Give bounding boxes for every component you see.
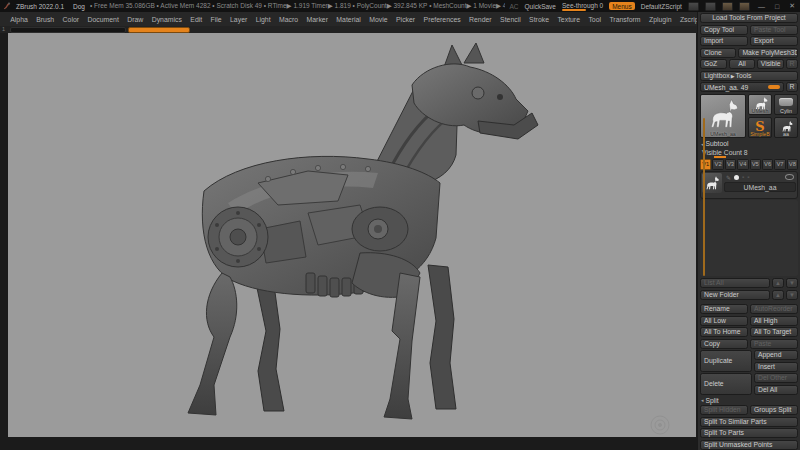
visibility-eye-icon[interactable] (734, 175, 739, 180)
menu-item-stroke[interactable]: Stroke (525, 16, 553, 23)
minimize-button[interactable]: — (756, 3, 767, 10)
copy-subtool-button[interactable]: Copy (700, 339, 748, 349)
append-button[interactable]: Append (754, 350, 798, 360)
tab-v5[interactable]: V5 (750, 159, 761, 170)
goz-r-button[interactable]: R (786, 59, 798, 69)
tab-v6[interactable]: V6 (762, 159, 773, 170)
tab-v8[interactable]: V8 (787, 159, 798, 170)
sculpt-toggle-icon[interactable]: ▪ (742, 174, 744, 180)
restore-button[interactable]: □ (773, 3, 781, 10)
copy-tool-button[interactable]: Copy Tool (700, 25, 748, 35)
see-through-slider[interactable]: See-through 0 (562, 2, 603, 10)
lightbox-target: Tools (736, 72, 752, 80)
split-to-parts-button[interactable]: Split To Parts (700, 428, 798, 438)
goz-all-button[interactable]: All (729, 59, 756, 69)
menu-item-zscript[interactable]: Zscript (676, 16, 697, 23)
lightbox-tools-button[interactable]: Lightbox ▶ Tools (700, 71, 798, 81)
list-all-button[interactable]: List All (700, 278, 770, 288)
menu-item-stencil[interactable]: Stencil (496, 16, 525, 23)
mask-toggle-icon[interactable]: ▪ (747, 174, 749, 180)
tab-v1[interactable]: V1 (700, 159, 711, 170)
menu-item-texture[interactable]: Texture (553, 16, 584, 23)
menu-item-tool[interactable]: Tool (584, 16, 605, 23)
material-preset-icon[interactable] (739, 2, 750, 11)
sculpt-viewport[interactable] (8, 33, 696, 437)
split-hidden-button[interactable]: Split Hidden (700, 405, 748, 415)
menu-item-picker[interactable]: Picker (392, 16, 420, 23)
del-all-button[interactable]: Del All (754, 385, 798, 395)
groups-split-button[interactable]: Groups Split (750, 405, 798, 415)
menu-item-movie[interactable]: Movie (365, 16, 392, 23)
subtool-name-button[interactable]: UMesh_aa (724, 182, 796, 192)
subtool-section-header[interactable]: ◂ Subtool (701, 140, 798, 148)
all-to-target-button[interactable]: All To Target (750, 327, 798, 337)
menu-item-preferences[interactable]: Preferences (419, 16, 465, 23)
clone-button[interactable]: Clone (700, 48, 736, 58)
close-button[interactable]: ✕ (787, 2, 797, 10)
menu-item-macro[interactable]: Macro (275, 16, 303, 23)
menu-item-edit[interactable]: Edit (186, 16, 206, 23)
subtool-list-item[interactable]: ✎ ▪ ▪ UMesh_aa (700, 171, 798, 199)
menu-item-file[interactable]: File (206, 16, 225, 23)
split-similar-button[interactable]: Split To Similar Parts (700, 417, 798, 427)
all-high-button[interactable]: All High (750, 316, 798, 326)
recent-tool-aa[interactable]: aa (774, 117, 798, 138)
tab-v2[interactable]: V2 (712, 159, 723, 170)
menu-item-dynamics[interactable]: Dynamics (147, 16, 186, 23)
ui-layout-icon[interactable] (705, 2, 716, 11)
import-button[interactable]: Import (700, 36, 748, 46)
del-other-button[interactable]: Del Other (754, 373, 798, 383)
load-tools-button[interactable]: Load Tools From Project (700, 13, 798, 23)
menu-item-document[interactable]: Document (83, 16, 123, 23)
quicksave-button[interactable]: QuickSave (525, 3, 556, 10)
tab-v3[interactable]: V3 (725, 159, 736, 170)
eye-outline-icon[interactable] (785, 174, 794, 180)
menu-item-render[interactable]: Render (465, 16, 496, 23)
menu-item-material[interactable]: Material (332, 16, 365, 23)
tab-v7[interactable]: V7 (774, 159, 785, 170)
insert-button[interactable]: Insert (754, 362, 798, 372)
goz-button[interactable]: GoZ (700, 59, 727, 69)
recent-tool-umesh[interactable]: UMesh (748, 94, 772, 115)
polypaint-icon[interactable]: ✎ (726, 174, 731, 181)
export-button[interactable]: Export (750, 36, 798, 46)
menu-item-color[interactable]: Color (58, 16, 83, 23)
ui-config-icon[interactable] (688, 2, 699, 11)
move-up-button[interactable]: ▴ (772, 278, 784, 288)
delete-button[interactable]: Delete (700, 373, 752, 395)
folder-down-icon[interactable]: ▾ (786, 290, 798, 300)
current-tool-thumbnail[interactable]: UMesh_aa (700, 94, 746, 138)
menu-item-layer[interactable]: Layer (226, 16, 252, 23)
recent-tool-simplebrush[interactable]: S SimpleB (748, 117, 772, 138)
menu-item-draw[interactable]: Draw (123, 16, 147, 23)
active-tool-header[interactable]: UMesh_aa. 49 (700, 82, 784, 92)
new-folder-button[interactable]: New Folder (700, 290, 770, 300)
menu-item-alpha[interactable]: Alpha (6, 16, 32, 23)
split-unmasked-button[interactable]: Split Unmasked Points (700, 440, 798, 450)
menu-item-marker[interactable]: Marker (302, 16, 332, 23)
goz-visible-button[interactable]: Visible (757, 59, 784, 69)
duplicate-button[interactable]: Duplicate (700, 350, 752, 372)
tool-r-button[interactable]: R (786, 82, 798, 92)
menu-item-zplugin[interactable]: Zplugin (645, 16, 676, 23)
visible-count-slider[interactable]: Visible Count 8 (700, 149, 798, 157)
make-polymesh3d-button[interactable]: Make PolyMesh3D (738, 48, 798, 58)
autoreorder-button[interactable]: AutoReorder (750, 304, 798, 314)
recent-tool-cylinder[interactable]: Cylin (774, 94, 798, 115)
menus-toggle-button[interactable]: Menus (609, 2, 635, 10)
menu-item-brush[interactable]: Brush (32, 16, 58, 23)
subtool-list-area[interactable] (700, 200, 798, 276)
all-to-home-button[interactable]: All To Home (700, 327, 748, 337)
paste-tool-button[interactable]: Paste Tool (750, 25, 798, 35)
all-low-button[interactable]: All Low (700, 316, 748, 326)
split-section-header[interactable]: ◂ Split (701, 396, 798, 404)
default-zscript-button[interactable]: DefaultZScript (641, 3, 682, 10)
menu-item-transform[interactable]: Transform (605, 16, 645, 23)
move-down-button[interactable]: ▾ (786, 278, 798, 288)
tab-v4[interactable]: V4 (737, 159, 748, 170)
rename-button[interactable]: Rename (700, 304, 748, 314)
brush-preset-icon[interactable] (722, 2, 733, 11)
paste-subtool-button[interactable]: Paste (750, 339, 798, 349)
folder-up-icon[interactable]: ▴ (772, 290, 784, 300)
menu-item-light[interactable]: Light (251, 16, 274, 23)
